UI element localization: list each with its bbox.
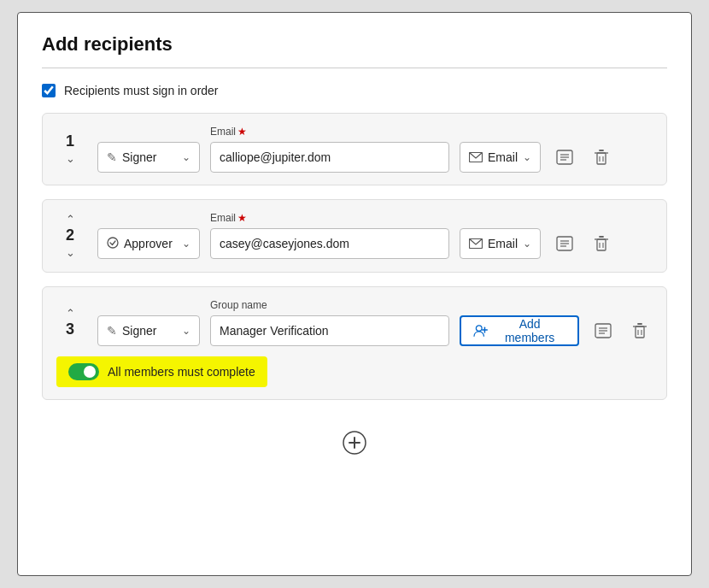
add-recipient-row [42, 414, 667, 458]
role-value-2: Approver [124, 237, 173, 250]
email-input-1[interactable] [210, 142, 449, 173]
more-options-icon-2 [556, 236, 573, 251]
role-chevron-2: ⌄ [182, 238, 190, 250]
more-options-icon-3 [595, 323, 612, 338]
delivery-value-2: Email [488, 237, 518, 250]
recipient-card-1: 1 ⌄ ✎ Signer ⌄ Email★ [42, 113, 667, 185]
all-members-toggle-row: All members must complete [56, 356, 267, 387]
email-group-2: Email★ [210, 212, 449, 259]
group-name-input-3[interactable] [210, 315, 449, 346]
required-star-2: ★ [237, 212, 247, 224]
add-members-label-3: Add members [494, 317, 565, 344]
role-group-1: ✎ Signer ⌄ [97, 126, 200, 173]
role-label-2 [97, 212, 200, 224]
signer-icon-1: ✎ [107, 150, 117, 164]
group-icon-3 [473, 324, 488, 338]
svg-point-21 [476, 325, 482, 331]
delete-group-1 [589, 126, 614, 173]
delivery-dropdown-1[interactable]: Email ⌄ [460, 142, 541, 173]
more-button-3[interactable] [589, 315, 617, 346]
step-number-1: 1 [66, 132, 74, 151]
step-up-chevron-3[interactable]: ⌃ [62, 306, 79, 320]
add-circle-icon [343, 431, 366, 455]
email-label-2: Email★ [210, 212, 449, 224]
envelope-icon-1 [469, 152, 483, 162]
more-group-3 [589, 299, 617, 346]
recipient-card-3: ⌃ 3 ✎ Signer ⌄ Group name [42, 286, 667, 400]
delete-icon-2 [594, 235, 609, 252]
more-options-icon-1 [556, 150, 573, 165]
role-value-1: Signer [122, 150, 156, 164]
signer-icon-3: ✎ [107, 324, 117, 338]
step-col-2: ⌃ 2 ⌄ [56, 212, 84, 260]
delivery-chevron-2: ⌄ [523, 238, 531, 250]
more-button-1[interactable] [551, 142, 578, 173]
group-name-group-3: Group name [210, 299, 449, 346]
email-input-2[interactable] [210, 228, 449, 259]
add-members-button-3[interactable]: Add members [460, 315, 579, 346]
delivery-chevron-1: ⌄ [523, 151, 531, 163]
more-group-1 [551, 126, 578, 173]
role-group-2: Approver ⌄ [97, 212, 200, 259]
delete-icon-3 [632, 322, 647, 339]
step-col-1: 1 ⌄ [56, 132, 84, 166]
required-star-1: ★ [237, 126, 247, 138]
group-name-label-3: Group name [210, 299, 449, 311]
svg-point-10 [108, 238, 118, 248]
delete-button-2[interactable] [589, 228, 614, 259]
delete-icon-1 [594, 149, 609, 166]
card-row-3: ⌃ 3 ✎ Signer ⌄ Group name [56, 299, 653, 346]
delivery-label-1 [460, 126, 541, 138]
delete-group-3 [627, 299, 653, 346]
role-dropdown-2[interactable]: Approver ⌄ [97, 228, 200, 259]
svg-rect-5 [597, 153, 606, 164]
delete-button-3[interactable] [627, 315, 653, 346]
delivery-group-2: Email ⌄ [460, 212, 541, 259]
sign-order-checkbox[interactable] [42, 84, 56, 97]
order-checkbox-row: Recipients must sign in order [42, 84, 667, 97]
recipient-card-2: ⌃ 2 ⌄ Approver ⌄ [42, 199, 667, 273]
approver-check-icon [107, 237, 119, 249]
role-chevron-1: ⌄ [182, 151, 190, 163]
step-down-chevron-1[interactable]: ⌄ [62, 151, 79, 166]
add-recipients-modal: Add recipients Recipients must sign in o… [17, 12, 692, 576]
delete-group-2 [589, 212, 614, 259]
step-up-chevron-2[interactable]: ⌃ [62, 212, 79, 226]
email-group-1: Email★ [210, 126, 449, 173]
divider [42, 68, 667, 68]
all-members-label: All members must complete [108, 365, 255, 379]
role-dropdown-1[interactable]: ✎ Signer ⌄ [97, 142, 200, 173]
toggle-switch-3[interactable] [68, 363, 99, 380]
svg-rect-28 [636, 326, 644, 338]
delete-button-1[interactable] [589, 142, 614, 173]
modal-title: Add recipients [42, 33, 667, 56]
step-number-2: 2 [66, 226, 74, 245]
step-number-3: 3 [66, 320, 74, 339]
svg-rect-16 [597, 239, 606, 250]
step-col-3: ⌃ 3 [56, 306, 84, 339]
approver-icon-2 [107, 237, 119, 251]
add-recipient-button[interactable] [339, 427, 370, 458]
toggle-slider-3 [68, 363, 99, 380]
card-row-1: 1 ⌄ ✎ Signer ⌄ Email★ [56, 126, 653, 173]
more-group-2 [551, 212, 578, 259]
step-down-chevron-2[interactable]: ⌄ [62, 245, 79, 260]
role-group-3: ✎ Signer ⌄ [97, 299, 200, 346]
add-members-group-3: Add members [460, 299, 579, 346]
sign-order-label: Recipients must sign in order [64, 84, 219, 97]
role-dropdown-3[interactable]: ✎ Signer ⌄ [97, 315, 200, 346]
delivery-dropdown-2[interactable]: Email ⌄ [460, 228, 541, 259]
envelope-icon-2 [469, 238, 483, 249]
delivery-group-1: Email ⌄ [460, 126, 541, 173]
delivery-value-1: Email [488, 150, 518, 164]
role-chevron-3: ⌄ [182, 325, 190, 337]
role-value-3: Signer [122, 324, 156, 338]
card-row-2: ⌃ 2 ⌄ Approver ⌄ [56, 212, 653, 260]
role-label-1 [97, 126, 200, 138]
role-label-3 [97, 299, 200, 311]
email-label-1: Email★ [210, 126, 449, 138]
more-button-2[interactable] [551, 228, 578, 259]
